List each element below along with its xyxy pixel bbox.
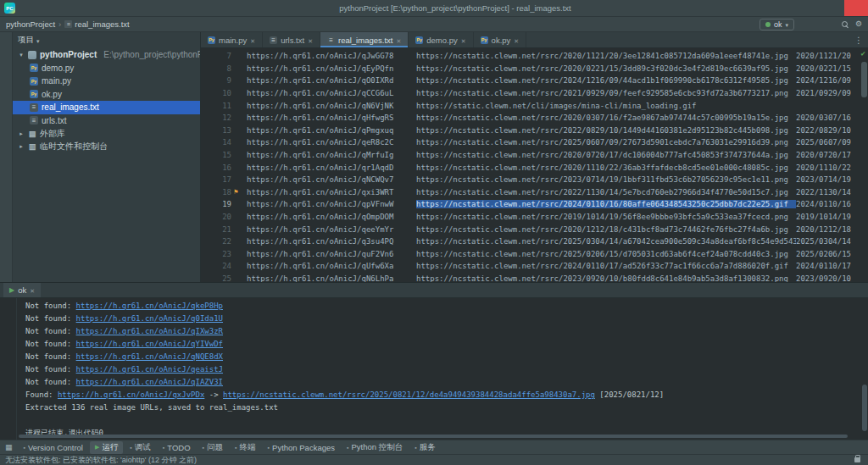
tree-item-project-root[interactable]: ▾ pythonProject E:\python_project\python…: [13, 48, 200, 62]
run-tab[interactable]: ok: [3, 283, 41, 297]
editor-line[interactable]: 23 https://h.qr61.cn/oAnicJ/quF2Vn6 http…: [201, 248, 868, 261]
editor-line[interactable]: 16 https://h.qr61.cn/oAnicJ/qr1AqdD http…: [201, 161, 868, 174]
tool-services[interactable]: ▪ 服务: [409, 441, 440, 454]
editor-line[interactable]: 24 https://h.qr61.cn/oAnicJ/qUfw6Xa http…: [201, 260, 868, 273]
tree-item-external-libraries[interactable]: ▸ 外部库: [13, 127, 200, 141]
editor-line[interactable]: 18 https://h.qr61.cn/oAnicJ/qxi3WRT http…: [201, 186, 868, 199]
tool-windows-icon[interactable]: ▦: [5, 443, 13, 451]
console-link[interactable]: https://ncstatic.clewm.net/rsrc/2025/082…: [223, 390, 595, 399]
console-link[interactable]: https://h.qr61.cn/oAnicJ/qNQE8dX: [76, 352, 223, 361]
line-number[interactable]: 8: [206, 64, 231, 73]
tree-expand-icon[interactable]: ▸: [18, 143, 25, 150]
code-editor[interactable]: 7 https://h.qr61.cn/oAnicJ/qJwGG78 https…: [201, 48, 868, 282]
tool-terminal[interactable]: ▪ 终端: [230, 441, 260, 454]
tool-debug[interactable]: ▪ 调试: [125, 441, 155, 454]
tree-item-real-images-txt[interactable]: real_images.txt: [13, 101, 200, 114]
tab-close-icon[interactable]: [250, 36, 255, 45]
run-panel-header: ok: [0, 283, 868, 298]
tab-close-icon[interactable]: [308, 36, 313, 45]
console-link[interactable]: https://h.qr61.cn/oAnicJ/qYIVwDf: [76, 340, 223, 348]
console-link[interactable]: https://h.qr61.cn/oAnicJ/q0Ida1U: [76, 314, 223, 323]
tab-demo-py[interactable]: demo.py: [409, 32, 473, 47]
tab-main-py[interactable]: main.py: [201, 32, 263, 47]
inspections-ok-icon[interactable]: ✔: [861, 49, 865, 58]
line-number[interactable]: 20: [206, 213, 231, 221]
editor-line[interactable]: 21 https://h.qr61.cn/oAnicJ/qeeYmYr http…: [201, 223, 868, 235]
run-icon: [9, 286, 14, 294]
tool-python-packages[interactable]: ▪ Python Packages: [263, 442, 340, 453]
tool-python-console[interactable]: ▪ Python 控制台: [342, 441, 408, 454]
tree-item-demo-py[interactable]: demo.py: [13, 62, 200, 75]
line-number[interactable]: 13: [206, 126, 231, 135]
editor-scrollbar-thumb[interactable]: [861, 62, 867, 97]
line-number[interactable]: 19: [206, 200, 231, 208]
editor-line[interactable]: 12 https://h.qr61.cn/oAnicJ/qHfwgRS http…: [201, 112, 868, 125]
run-config-selector[interactable]: ok: [760, 19, 794, 30]
tab-close-icon[interactable]: [30, 285, 35, 295]
search-icon[interactable]: [842, 21, 849, 28]
line-number[interactable]: 12: [206, 113, 231, 122]
line-number[interactable]: 24: [206, 262, 231, 270]
line-number[interactable]: 10: [206, 89, 231, 97]
line-number[interactable]: 16: [206, 163, 231, 172]
editor-line[interactable]: 11 https://h.qr61.cn/oAnicJ/qN6VjNK http…: [201, 99, 868, 112]
editor-line[interactable]: 8 https://h.qr61.cn/oAnicJ/qEyPQfn https…: [201, 63, 868, 75]
chevron-down-icon[interactable]: [36, 36, 40, 45]
tab-urls-txt[interactable]: urls.txt: [263, 32, 320, 47]
console-link[interactable]: https://h.qr61.cn/oAnicJ/qkeP8Hp: [76, 302, 223, 310]
breadcrumb-file[interactable]: real_images.txt: [75, 19, 129, 29]
console-hscrollbar-thumb[interactable]: [19, 435, 848, 438]
console-link[interactable]: https://h.qr61.cn/oAnicJ/qIXw3zR: [76, 327, 223, 335]
tab-label: demo.py: [426, 36, 457, 45]
editor-line[interactable]: 20 https://h.qr61.cn/oAnicJ/qOmpDOM http…: [201, 211, 868, 224]
line-number[interactable]: 22: [206, 237, 231, 246]
tool-todo[interactable]: ▪ TODO: [158, 442, 196, 453]
tool-version-control[interactable]: ▪ Version Control: [19, 442, 88, 453]
tree-item-urls-txt[interactable]: urls.txt: [13, 114, 200, 128]
minimize-button[interactable]: [797, 0, 821, 16]
tree-expand-icon[interactable]: ▾: [18, 52, 25, 58]
editor-line[interactable]: 10 https://h.qr61.cn/oAnicJ/qCCG6uL http…: [201, 87, 868, 100]
tool-problems[interactable]: ▪ 问题: [198, 441, 228, 454]
tab-close-icon[interactable]: [396, 36, 401, 45]
run-console[interactable]: Not found: https://h.qr61.cn/oAnicJ/qkeP…: [17, 298, 868, 440]
tree-item-main-py[interactable]: main.py: [13, 75, 200, 88]
tab-close-icon[interactable]: [514, 36, 519, 45]
breadcrumb-project[interactable]: pythonProject: [6, 19, 55, 29]
line-number[interactable]: 21: [206, 225, 231, 234]
tab-real-images-txt[interactable]: real_images.txt: [320, 32, 409, 47]
console-link[interactable]: https://h.qr61.cn/oAnicJ/qxJvPDx: [58, 390, 204, 399]
maximize-button[interactable]: [821, 0, 844, 16]
tree-item-ok-py[interactable]: ok.py: [13, 88, 200, 102]
editor-line[interactable]: 14 https://h.qr61.cn/oAnicJ/qeR8c2C http…: [201, 136, 868, 149]
line-number[interactable]: 25: [206, 274, 231, 282]
line-number[interactable]: 17: [206, 175, 231, 184]
console-vscrollbar-thumb[interactable]: [862, 385, 867, 431]
line-number[interactable]: 14: [206, 138, 231, 147]
tool-run[interactable]: ▶ 运行: [90, 441, 123, 454]
console-link[interactable]: https://h.qr61.cn/oAnicJ/qIAZV3I: [76, 378, 223, 386]
tree-item-scratches-consoles[interactable]: ▸ 临时文件和控制台: [13, 141, 200, 154]
line-number[interactable]: 18: [206, 188, 231, 197]
editor-line[interactable]: 17 https://h.qr61.cn/oAnicJ/qNCWQv7 http…: [201, 174, 868, 186]
editor-line[interactable]: 25 https://h.qr61.cn/oAnicJ/qN6LhPa http…: [201, 273, 868, 282]
editor-line[interactable]: 15 https://h.qr61.cn/oAnicJ/qMrfuIg http…: [201, 149, 868, 162]
close-button[interactable]: [844, 0, 868, 16]
readonly-lock-icon[interactable]: [854, 457, 860, 462]
tab-ok-py[interactable]: ok.py: [474, 32, 527, 47]
tree-expand-icon[interactable]: ▸: [18, 130, 25, 137]
editor-line[interactable]: 22 https://h.qr61.cn/oAnicJ/q3su4PQ http…: [201, 235, 868, 248]
more-options-icon[interactable]: ⋮: [849, 32, 868, 47]
editor-line[interactable]: 13 https://h.qr61.cn/oAnicJ/qPmgxuq http…: [201, 125, 868, 137]
line-number[interactable]: 15: [206, 151, 231, 159]
editor-line[interactable]: 7 https://h.qr61.cn/oAnicJ/qJwGG78 https…: [201, 50, 868, 63]
console-link[interactable]: https://h.qr61.cn/oAnicJ/qeaistJ: [76, 365, 223, 374]
line-number[interactable]: 7: [206, 52, 231, 60]
line-number[interactable]: 23: [206, 250, 231, 258]
line-number[interactable]: 9: [206, 76, 231, 85]
tab-close-icon[interactable]: [461, 36, 466, 45]
line-number[interactable]: 11: [206, 102, 231, 110]
editor-line[interactable]: 19 https://h.qr61.cn/oAnicJ/qpVFnwW http…: [201, 198, 868, 211]
editor-line[interactable]: 9 https://h.qr61.cn/oAnicJ/qO0IXRd https…: [201, 75, 868, 87]
settings-gear-icon[interactable]: ⚙: [855, 20, 862, 28]
